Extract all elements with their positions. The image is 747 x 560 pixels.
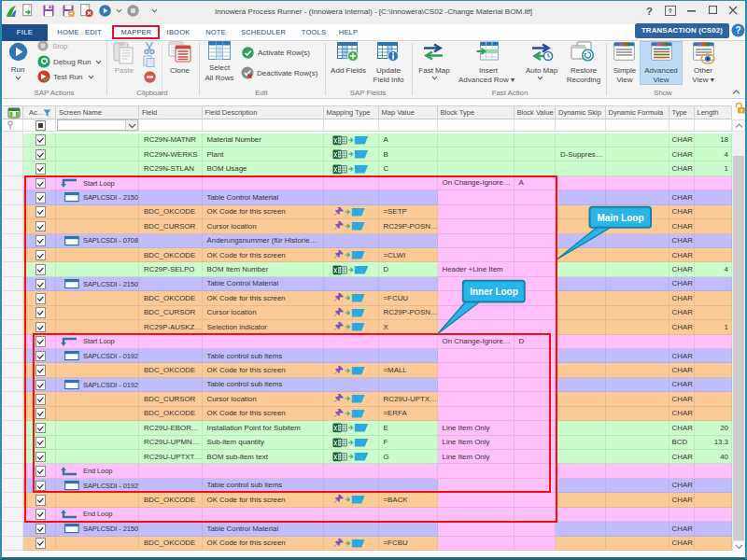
svg-text:Inner Loop: Inner Loop xyxy=(470,287,518,297)
svg-text:Main Loop: Main Loop xyxy=(598,213,644,223)
